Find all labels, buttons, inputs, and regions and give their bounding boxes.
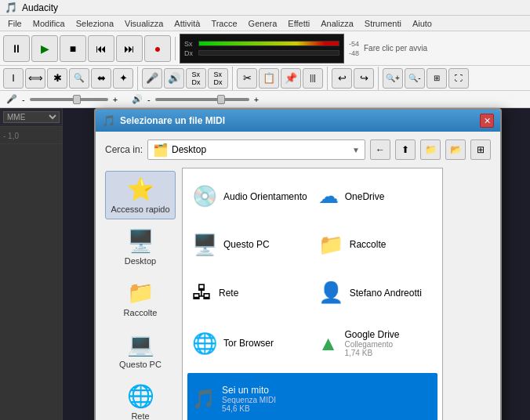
nav-new-folder-btn[interactable]: 📂 [445,139,466,160]
dialog-title-area: 🎵 Selezionare un file MIDI [102,114,225,127]
sidebar-item-accesso-rapido[interactable]: ⭐ Accesso rapido [105,171,176,219]
paste-btn[interactable]: 📌 [281,68,301,89]
questo-pc-label: Questo PC [119,360,162,369]
zoom-tool[interactable]: 🔍 [69,68,89,89]
trim-btn[interactable]: ||| [303,68,323,89]
file-rete[interactable]: 🖧 Rete [187,270,312,317]
undo-btn[interactable]: ↩ [332,68,352,89]
file-raccolte[interactable]: 📁 Raccolte [314,222,438,269]
next-button[interactable]: ⏭ [116,35,143,62]
menu-strumenti[interactable]: Strumenti [360,17,406,30]
redo-btn[interactable]: ↪ [354,68,374,89]
file-sei-un-mito[interactable]: 🎵 Sei un mito Sequenza MIDI 54,6 KB [187,373,437,420]
input-volume-slider[interactable] [30,98,108,101]
nav-back-btn[interactable]: ← [370,139,390,160]
google-drive-name: Google Drive [344,329,399,340]
sidebar-nav: ⭐ Accesso rapido 🖥️ Desktop 📁 Raccolte [105,168,176,420]
pause-button[interactable]: ⏸ [3,35,30,62]
input-meter[interactable]: Sx Dx [180,34,344,63]
stop-button[interactable]: ■ [60,35,86,62]
sei-un-mito-name: Sei un mito [222,385,276,396]
dialog-close-button[interactable]: ✕ [480,114,494,128]
google-drive-info: Google Drive Collegamento 1,74 KB [344,329,399,357]
desktop-icon: 🖥️ [127,228,154,254]
sidebar-item-questo-pc[interactable]: 💻 Questo PC [105,326,176,375]
prev-button[interactable]: ⏮ [88,35,114,62]
input-vol-handle[interactable] [73,95,81,104]
location-value: Desktop [172,144,349,155]
timeshift-tool[interactable]: ⬌ [91,68,111,89]
location-folder-icon: 🗂️ [153,143,169,158]
rete-file-icon: 🖧 [192,281,212,305]
accesso-rapido-label: Accesso rapido [111,205,169,214]
questo-pc-icon: 💻 [127,331,154,357]
mic-icon[interactable]: 🎤 [142,68,162,89]
rete-label: Rete [131,411,149,420]
audio-orientamento-info: Audio Orientamento [223,191,307,202]
menu-modifica[interactable]: Modifica [28,17,70,30]
cut-btn[interactable]: ✂ [237,68,257,89]
audio-orientamento-name: Audio Orientamento [223,191,307,202]
onedrive-name: OneDrive [345,191,385,202]
envelope-tool[interactable]: ⟺ [25,68,45,89]
tor-browser-info: Tor Browser [223,338,274,349]
nav-folder-btn[interactable]: 📁 [420,139,441,160]
location-dropdown-arrow: ▼ [352,146,360,154]
raccolte-file-name: Raccolte [350,239,387,250]
meter-db-labels: -54 -48 [349,40,359,57]
output-channel-btn[interactable]: SxDx [208,68,228,89]
location-select[interactable]: 🗂️ Desktop ▼ [147,139,365,160]
menu-visualizza[interactable]: Visualizza [120,17,168,30]
output-vol-handle[interactable] [217,95,225,104]
menu-analizza[interactable]: Analizza [316,17,358,30]
dialog-layout: ⭐ Accesso rapido 🖥️ Desktop 📁 Raccolte [105,168,491,420]
menu-effetti[interactable]: Effetti [283,17,314,30]
sidebar-item-raccolte[interactable]: 📁 Raccolte [105,274,176,323]
file-onedrive[interactable]: ☁ OneDrive [314,173,438,220]
file-tor-browser[interactable]: 🌐 Tor Browser [187,318,312,369]
main-area: MME - 1,0 🎵 Selezionare un file MIDI ✕ [0,108,530,420]
dialog-title-icon: 🎵 [102,114,115,127]
select-tool[interactable]: I [3,68,24,89]
menu-aiuto[interactable]: Aiuto [408,17,437,30]
file-stefano[interactable]: 👤 Stefano Andreotti [314,270,438,317]
zoom-in-btn[interactable]: 🔍+ [383,68,403,89]
record-button[interactable]: ● [144,35,171,62]
questo-pc-file-info: Questo PC [223,239,270,250]
mic-vol-icon: 🎤 [6,94,17,104]
zoom-fit-btn[interactable]: ⊞ [427,68,447,89]
sei-un-mito-info: Sei un mito Sequenza MIDI 54,6 KB [222,385,276,413]
sidebar-item-rete[interactable]: 🌐 Rete [105,378,176,420]
sidebar-item-desktop[interactable]: 🖥️ Desktop [105,223,176,271]
nav-view-btn[interactable]: ⊞ [470,139,491,160]
output-volume-slider[interactable] [155,98,249,101]
zoom-out-btn[interactable]: 🔍- [405,68,425,89]
menu-genera[interactable]: Genera [244,17,282,30]
copy-btn[interactable]: 📋 [259,68,279,89]
menu-bar: File Modifica Seleziona Visualizza Attiv… [0,16,530,31]
title-bar: 🎵 Audacity [0,0,530,16]
file-grid: 💿 Audio Orientamento ☁ OneDrive [182,168,443,420]
menu-tracce[interactable]: Tracce [206,17,241,30]
output-vol-min: - [147,95,151,104]
multi-tool[interactable]: ✦ [113,68,133,89]
tor-browser-icon: 🌐 [192,331,217,356]
speaker-icon[interactable]: 🔊 [164,68,184,89]
sei-un-mito-sub1: Sequenza MIDI [222,396,276,404]
raccolte-file-icon: 📁 [318,233,343,257]
speaker-vol-icon: 🔊 [132,94,143,104]
menu-file[interactable]: File [3,17,27,30]
menu-seleziona[interactable]: Seleziona [71,17,118,30]
zoom-full-btn[interactable]: ⛶ [448,68,469,89]
app-icon: 🎵 [5,2,17,13]
nav-up-btn[interactable]: ⬆ [395,139,416,160]
menu-attivita[interactable]: Attività [169,17,205,30]
raccolte-label: Raccolte [124,308,158,317]
draw-tool[interactable]: ✱ [47,68,67,89]
input-channel-btn[interactable]: SxDx [186,68,206,89]
stefano-info: Stefano Andreotti [350,288,422,299]
play-button[interactable]: ▶ [31,35,58,62]
file-google-drive[interactable]: ▲ Google Drive Collegamento 1,74 KB [314,318,438,369]
file-questo-pc[interactable]: 🖥️ Questo PC [187,222,312,269]
file-audio-orientamento[interactable]: 💿 Audio Orientamento [187,173,312,220]
